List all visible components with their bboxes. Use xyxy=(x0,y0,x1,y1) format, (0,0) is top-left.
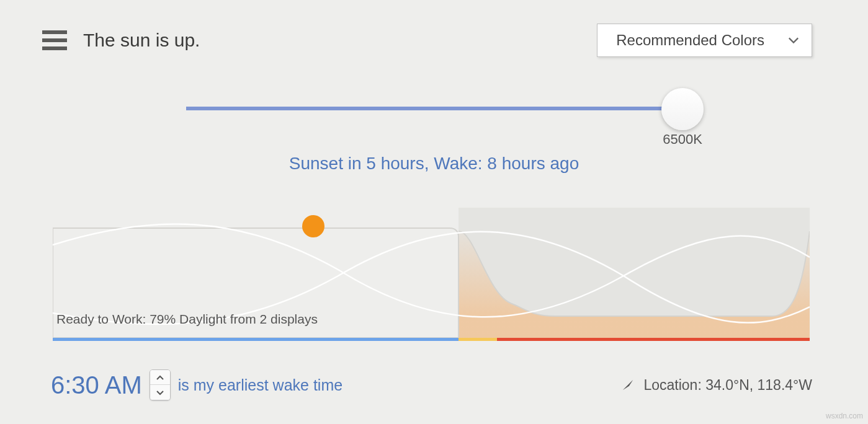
footer: 6:30 AM is my earliest wake time Locatio… xyxy=(51,369,812,400)
wake-time-up-button[interactable] xyxy=(150,370,170,385)
location-group[interactable]: Location: 34.0°N, 118.4°W xyxy=(621,377,812,394)
wake-time-label: is my earliest wake time xyxy=(178,376,342,394)
sun-position-icon xyxy=(302,215,324,237)
timeline-day-segment xyxy=(53,338,459,341)
slider-handle[interactable] xyxy=(661,88,704,130)
wake-time-group: 6:30 AM is my earliest wake time xyxy=(51,369,342,400)
timeline-sunset-segment xyxy=(459,338,497,341)
page-title: The sun is up. xyxy=(83,30,200,51)
location-text: Location: 34.0°N, 118.4°W xyxy=(643,377,812,394)
colors-dropdown[interactable]: Recommended Colors xyxy=(597,24,812,57)
colors-dropdown-label: Recommended Colors xyxy=(616,32,764,49)
wake-time-down-button[interactable] xyxy=(150,385,170,400)
location-arrow-icon xyxy=(621,378,635,392)
color-temperature-slider[interactable]: 6500K xyxy=(186,98,682,141)
wake-time-value: 6:30 AM xyxy=(51,371,142,399)
timeline-bar xyxy=(53,338,810,341)
chevron-down-icon xyxy=(788,37,799,44)
slider-value: 6500K xyxy=(645,131,720,148)
wake-time-stepper[interactable] xyxy=(150,369,171,400)
timeline-night-segment xyxy=(497,338,810,341)
header-left: The sun is up. xyxy=(42,30,200,51)
watermark: wsxdn.com xyxy=(826,412,863,420)
daylight-graph: Ready to Work: 79% Daylight from 2 displ… xyxy=(53,208,810,341)
graph-caption: Ready to Work: 79% Daylight from 2 displ… xyxy=(56,312,318,327)
chevron-down-icon xyxy=(156,391,164,395)
chevron-up-icon xyxy=(156,375,164,380)
slider-track xyxy=(186,107,682,110)
menu-icon[interactable] xyxy=(42,30,67,50)
header: The sun is up. Recommended Colors xyxy=(42,24,812,57)
status-text: Sunset in 5 hours, Wake: 8 hours ago xyxy=(0,154,868,174)
